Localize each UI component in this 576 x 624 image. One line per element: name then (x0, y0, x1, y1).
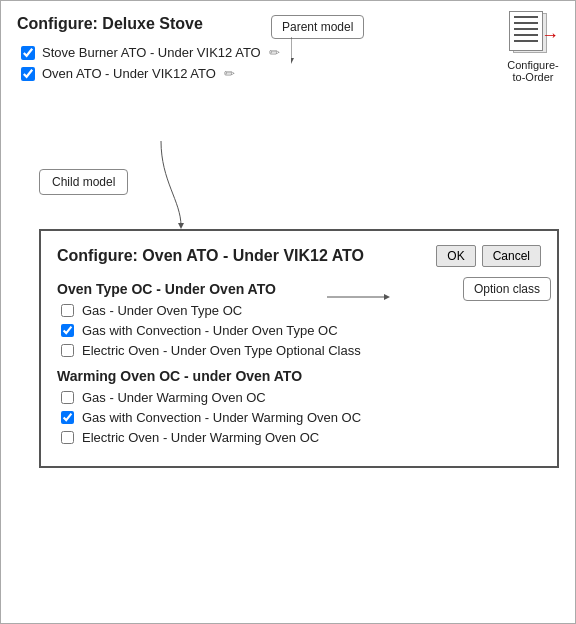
section-1-item-2: Gas with Convection - Under Oven Type OC (61, 323, 541, 338)
option-class-tooltip: Option class (463, 277, 551, 301)
section-1-item-3: Electric Oven - Under Oven Type Optional… (61, 343, 541, 358)
header-buttons: OK Cancel (436, 245, 541, 267)
cto-label: Configure-to-Order (507, 59, 558, 83)
edit-icon-2[interactable]: ✏ (224, 66, 235, 81)
cancel-button[interactable]: Cancel (482, 245, 541, 267)
section-2-checkbox-1[interactable] (61, 391, 74, 404)
section-1-header-row: Oven Type OC - Under Oven ATO Option cla… (57, 281, 541, 297)
section-1-item-1-label: Gas - Under Oven Type OC (82, 303, 242, 318)
cto-arrow-icon: → (541, 25, 559, 46)
section-2-item-2: Gas with Convection - Under Warming Oven… (61, 410, 541, 425)
section-1-item-1: Gas - Under Oven Type OC (61, 303, 541, 318)
checklist-item-2: Oven ATO - Under VIK12 ATO ✏ (21, 66, 559, 81)
inner-dialog-header: Configure: Oven ATO - Under VIK12 ATO OK… (57, 245, 541, 267)
ok-button[interactable]: OK (436, 245, 475, 267)
inner-title: Configure: Oven ATO - Under VIK12 ATO (57, 247, 364, 265)
checklist-checkbox-1[interactable] (21, 46, 35, 60)
section-1-checkbox-1[interactable] (61, 304, 74, 317)
checklist-items: Stove Burner ATO - Under VIK12 ATO ✏ Ove… (21, 45, 559, 81)
section-2-item-1: Gas - Under Warming Oven OC (61, 390, 541, 405)
section-1-checkbox-3[interactable] (61, 344, 74, 357)
checklist-label-2: Oven ATO - Under VIK12 ATO (42, 66, 216, 81)
checklist-checkbox-2[interactable] (21, 67, 35, 81)
section-1-checkbox-2[interactable] (61, 324, 74, 337)
section-2-checkbox-3[interactable] (61, 431, 74, 444)
section-1-item-2-label: Gas with Convection - Under Oven Type OC (82, 323, 338, 338)
page-front (509, 11, 543, 51)
cto-icon-graphic: → (507, 11, 559, 57)
section-2-item-1-label: Gas - Under Warming Oven OC (82, 390, 266, 405)
child-model-tooltip: Child model (39, 169, 128, 195)
section-2-item-3: Electric Oven - Under Warming Oven OC (61, 430, 541, 445)
checklist-item-1: Stove Burner ATO - Under VIK12 ATO ✏ (21, 45, 559, 60)
parent-model-tooltip: Parent model (271, 15, 364, 39)
outer-container: Configure: Deluxe Stove Parent model (0, 0, 576, 624)
section-2: Warming Oven OC - under Oven ATO Gas - U… (57, 368, 541, 445)
section-2-checkbox-2[interactable] (61, 411, 74, 424)
checklist-label-1: Stove Burner ATO - Under VIK12 ATO (42, 45, 261, 60)
section-2-item-2-label: Gas with Convection - Under Warming Oven… (82, 410, 361, 425)
edit-icon-1[interactable]: ✏ (269, 45, 280, 60)
configure-to-order-button[interactable]: → Configure-to-Order (507, 11, 559, 83)
section-1-item-3-label: Electric Oven - Under Oven Type Optional… (82, 343, 361, 358)
section-2-item-3-label: Electric Oven - Under Warming Oven OC (82, 430, 319, 445)
inner-dialog: Configure: Oven ATO - Under VIK12 ATO OK… (39, 229, 559, 468)
section-2-label: Warming Oven OC - under Oven ATO (57, 368, 541, 384)
